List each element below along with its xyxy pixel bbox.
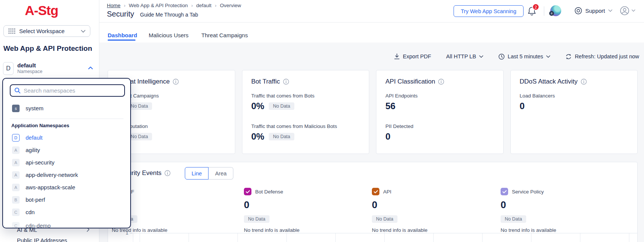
- info-icon[interactable]: [581, 79, 587, 85]
- info-icon[interactable]: [283, 79, 289, 85]
- namespace-initial-badge: D: [12, 134, 20, 142]
- user-icon: [620, 6, 630, 16]
- sidebar-item-label: Public IP Addresses: [17, 237, 67, 242]
- card-title: DDoS Attack Activity: [520, 78, 578, 85]
- namespace-initial-badge: B: [12, 196, 20, 204]
- security-events-section: Security Events Line Area WAF 0 No Data …: [108, 162, 638, 242]
- summary-cards-row: Threat Intelligence Threat Campaigns 0 N…: [108, 70, 638, 154]
- page-title: Security: [107, 10, 134, 18]
- namespace-option-cdn-demo[interactable]: C cdn-demo: [3, 219, 130, 228]
- lifebuoy-icon: [574, 7, 582, 15]
- namespace-option-label: aws-appstack-scale: [26, 184, 75, 190]
- namespace-initial-badge: A: [12, 146, 20, 154]
- namespace-option-api-security[interactable]: A api-security: [3, 156, 130, 169]
- select-workspace-label: Select Workspace: [19, 28, 77, 34]
- namespace-option-label: system: [26, 105, 44, 111]
- namespace-option-bot-perf[interactable]: B bot-perf: [3, 193, 130, 206]
- api-checkbox[interactable]: [372, 188, 379, 195]
- bot-defense-checkbox[interactable]: [244, 188, 251, 195]
- stat-label: PII Detected: [385, 123, 494, 129]
- stat-label: Traffic that comes from Bots: [251, 93, 360, 99]
- notification-count-badge: 2: [532, 3, 539, 11]
- breadcrumb-item[interactable]: default: [196, 3, 212, 8]
- info-icon[interactable]: [164, 170, 171, 176]
- security-events-chart: [133, 233, 637, 242]
- chevron-up-icon[interactable]: [88, 66, 93, 70]
- legend-label: API: [383, 189, 391, 195]
- tenant-logo: A-Stg: [25, 3, 58, 18]
- guide-me-link[interactable]: Guide Me Through a Tab: [140, 12, 198, 18]
- toggle-area-button[interactable]: Area: [209, 167, 233, 180]
- service-policy-checkbox[interactable]: [501, 188, 508, 195]
- refresh-button[interactable]: Refresh: Updated just now: [565, 53, 639, 60]
- stat-value: 0: [520, 101, 525, 111]
- legend-value: 0: [244, 199, 300, 211]
- try-web-app-scanning-button[interactable]: Try Web App Scanning: [454, 5, 524, 17]
- breadcrumb-home-link[interactable]: Home: [107, 3, 120, 8]
- breadcrumb-item[interactable]: Overview: [220, 3, 241, 8]
- no-data-badge: No Data: [269, 102, 294, 110]
- export-pdf-button[interactable]: Export PDF: [394, 53, 431, 59]
- card-api-classification: API Classification API Endpoints 56 PII …: [376, 70, 504, 154]
- namespace-option-cdn[interactable]: C cdn: [3, 206, 130, 218]
- legend-value: 0: [372, 199, 428, 211]
- time-range-filter[interactable]: Last 5 minutes: [498, 53, 550, 60]
- info-icon[interactable]: [173, 79, 179, 85]
- select-workspace-button[interactable]: Select Workspace: [3, 25, 90, 37]
- legend-api: API 0 No Data No trend info is available: [372, 188, 428, 233]
- legend-service-policy: Service Policy 0 No Data No trend info i…: [501, 188, 556, 233]
- toggle-line-button[interactable]: Line: [185, 167, 209, 180]
- support-label: Support: [585, 8, 605, 14]
- namespace-option-system[interactable]: s system: [3, 102, 130, 114]
- info-icon[interactable]: [438, 79, 444, 85]
- tab-malicious-users[interactable]: Malicious Users: [149, 32, 189, 38]
- card-bot-traffic: Bot Traffic Traffic that comes from Bots…: [242, 70, 370, 154]
- chevron-down-icon: [608, 9, 612, 12]
- lb-filter-value: All HTTP LB: [446, 53, 476, 59]
- namespace-option-default[interactable]: D default: [3, 131, 130, 144]
- chart-type-toggle: Line Area: [185, 167, 233, 180]
- breadcrumb-separator: ›: [191, 3, 193, 8]
- load-balancer-filter[interactable]: All HTTP LB: [446, 53, 483, 59]
- legend-label: Service Policy: [512, 189, 544, 195]
- no-data-badge: No Data: [269, 133, 294, 140]
- namespace-option-aws-appstack-scale[interactable]: A aws-appstack-scale: [3, 181, 130, 193]
- legend-note: No trend info is available: [501, 227, 556, 233]
- check-icon: [502, 190, 507, 193]
- stat-label: API Endpoints: [385, 93, 494, 99]
- stat-value: 0: [385, 131, 390, 142]
- stat-value: 0%: [251, 101, 265, 111]
- header-divider: [544, 6, 544, 16]
- account-menu[interactable]: [620, 6, 635, 16]
- stat-value: 0%: [251, 131, 265, 142]
- namespace-option-label: cdn: [26, 209, 35, 215]
- tenant-avatar[interactable]: 8: [550, 5, 561, 16]
- app-window: A-Stg Select Workspace Web App & API Pro…: [0, 0, 644, 242]
- stat-label: Threat Campaigns: [117, 93, 226, 99]
- namespace-type-label: Namespace: [17, 69, 43, 74]
- export-pdf-label: Export PDF: [403, 53, 431, 59]
- dropdown-divider: [10, 119, 123, 119]
- breadcrumb-item[interactable]: Web App & API Protection: [129, 3, 188, 8]
- legend-note: No trend info is available: [244, 227, 300, 233]
- namespace-option-agility[interactable]: A agility: [3, 144, 130, 156]
- no-data-badge: No Data: [244, 215, 269, 223]
- namespace-initial-badge: C: [12, 222, 20, 229]
- namespace-option-app-delivery-network[interactable]: A app-delivery-network: [3, 169, 130, 181]
- tab-dashboard[interactable]: Dashboard: [108, 32, 137, 38]
- support-menu[interactable]: Support: [574, 7, 612, 15]
- check-icon: [374, 190, 378, 193]
- namespace-option-label: agility: [26, 147, 40, 153]
- sidebar-section-title: Web App & API Protection: [3, 44, 92, 53]
- tab-threat-campaigns[interactable]: Threat Campaigns: [201, 32, 248, 38]
- namespace-initial-badge: A: [12, 159, 20, 166]
- namespace-search-input[interactable]: [24, 87, 120, 94]
- no-data-badge: No Data: [501, 215, 526, 223]
- y-axis-tick-label: 1: [119, 230, 128, 236]
- notifications-button[interactable]: 2: [527, 6, 538, 17]
- sidebar-item-public-ip[interactable]: Public IP Addresses: [17, 237, 67, 242]
- legend-value: 0: [501, 199, 556, 211]
- dashboard-controls: Export PDF All HTTP LB Last 5 minutes: [99, 51, 639, 62]
- avatar-badge: 8: [549, 11, 554, 16]
- breadcrumb-separator: ›: [124, 3, 125, 8]
